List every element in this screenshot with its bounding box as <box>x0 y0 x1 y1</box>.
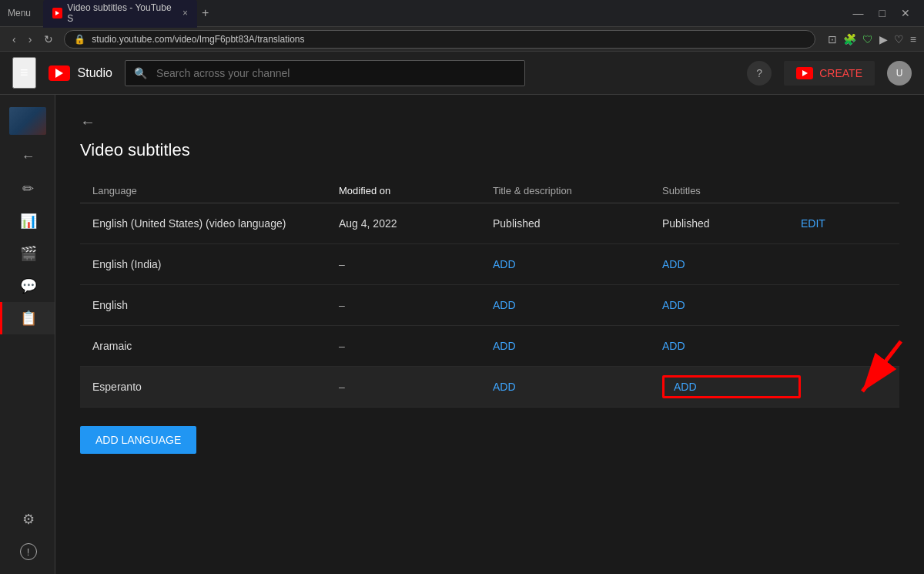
cell-language-3: Aramaic <box>92 340 339 352</box>
cell-action-0[interactable]: EDIT <box>801 217 862 230</box>
nav-buttons: ‹ › ↻ <box>8 32 58 47</box>
cell-language-4: Esperanto <box>92 381 339 393</box>
tab-bar: Video subtitles - YouTube S × + <box>43 0 841 28</box>
hamburger-button[interactable]: ≡ <box>12 57 36 89</box>
youtube-icon <box>49 65 70 81</box>
avatar-initials: U <box>896 68 903 79</box>
url-bar[interactable]: 🔒 studio.youtube.com/video/ImgF6pbt83A/t… <box>64 30 815 49</box>
cell-title-desc-1[interactable]: ADD <box>493 258 662 270</box>
analytics-icon: 📊 <box>20 213 37 230</box>
cell-title-desc-4[interactable]: ADD <box>493 381 662 393</box>
forward-nav-button[interactable]: › <box>24 32 37 47</box>
cell-modified-1: – <box>339 258 493 270</box>
col-modified: Modified on <box>339 185 493 196</box>
screenshot-icon[interactable]: ⊡ <box>828 33 837 45</box>
table-header: Language Modified on Title & description… <box>80 179 899 203</box>
table-row: English (United States) (video language)… <box>80 203 899 244</box>
tab-close-icon[interactable]: × <box>182 8 188 18</box>
heart-icon[interactable]: ♡ <box>894 33 904 45</box>
sidebar-item-subtitles[interactable]: 📋 <box>0 302 55 334</box>
cell-title-desc-3[interactable]: ADD <box>493 340 662 352</box>
cell-modified-0: Aug 4, 2022 <box>339 217 493 230</box>
create-button[interactable]: CREATE <box>784 61 875 86</box>
sidebar-item-videos[interactable]: 🎬 <box>0 237 55 270</box>
col-action <box>801 185 862 196</box>
menu-label: Menu <box>8 8 31 18</box>
table-row: English (India) – ADD ADD <box>80 244 899 285</box>
create-video-icon <box>796 67 813 79</box>
content-area: ← Video subtitles Language Modified on T… <box>55 95 924 574</box>
sidebar-item-comments[interactable]: 💬 <box>0 270 55 302</box>
sidebar-item-back[interactable]: ← <box>0 141 55 173</box>
sidebar-item-settings[interactable]: ⚙ <box>0 503 55 535</box>
tab-favicon <box>52 8 62 18</box>
help-button[interactable]: ? <box>747 61 772 86</box>
video-thumbnail[interactable] <box>9 107 46 135</box>
back-button[interactable]: ← <box>80 113 95 131</box>
col-subtitles: Subtitles <box>662 185 801 196</box>
subtitles-icon: 📋 <box>20 310 37 327</box>
url-text: studio.youtube.com/video/ImgF6pbt83A/tra… <box>92 34 304 45</box>
back-nav-button[interactable]: ‹ <box>8 32 21 47</box>
search-bar: 🔍 <box>125 60 525 86</box>
extension-icon[interactable]: 🧩 <box>843 33 856 45</box>
sidebar: ← ✏ 📊 🎬 💬 📋 ⚙ ! <box>0 95 55 574</box>
cell-subtitles-0: Published <box>662 217 801 230</box>
cell-subtitles-2[interactable]: ADD <box>662 299 801 311</box>
minimize-button[interactable]: — <box>847 4 870 22</box>
youtube-play-icon <box>55 69 63 78</box>
sidebar-item-analytics[interactable]: 📊 <box>0 205 55 237</box>
cell-subtitles-1[interactable]: ADD <box>662 258 801 270</box>
add-language-button[interactable]: ADD LANGUAGE <box>80 426 196 454</box>
menu-icon[interactable]: ≡ <box>910 33 916 45</box>
tab-title: Video subtitles - YouTube S <box>67 2 173 24</box>
cell-subtitles-4-highlighted[interactable]: ADD <box>662 375 801 398</box>
new-tab-button[interactable]: + <box>202 6 209 20</box>
cell-modified-2: – <box>339 299 493 311</box>
create-play-triangle <box>802 70 808 76</box>
create-label: CREATE <box>819 67 862 79</box>
cell-language-0: English (United States) (video language) <box>92 217 339 230</box>
shield-icon: 🛡 <box>862 33 873 45</box>
play-icon[interactable]: ▶ <box>879 33 888 45</box>
active-tab[interactable]: Video subtitles - YouTube S × <box>43 0 197 28</box>
table-row: English – ADD ADD <box>80 285 899 326</box>
avatar[interactable]: U <box>887 61 912 86</box>
search-input[interactable] <box>125 60 525 86</box>
table-row-esperanto: Esperanto – ADD ADD <box>80 367 899 408</box>
feedback-icon: ! <box>20 543 37 560</box>
lock-icon: 🔒 <box>74 34 85 45</box>
back-icon: ← <box>22 149 35 165</box>
cell-modified-3: – <box>339 340 493 352</box>
edit-icon: ✏ <box>22 180 34 197</box>
header-actions: ? CREATE U <box>747 61 912 86</box>
yt-logo: Studio <box>49 65 112 81</box>
browser-window-controls: — □ ✕ <box>847 4 916 22</box>
studio-header: ≡ Studio 🔍 ? CREATE U <box>0 52 924 95</box>
sidebar-item-edit[interactable]: ✏ <box>0 173 55 205</box>
studio-label: Studio <box>78 66 112 80</box>
cell-title-desc-2[interactable]: ADD <box>493 299 662 311</box>
table-row: Aramaic – ADD ADD <box>80 326 899 367</box>
main-layout: ← ✏ 📊 🎬 💬 📋 ⚙ ! ← <box>0 95 924 574</box>
col-language: Language <box>92 185 339 196</box>
cell-modified-4: – <box>339 381 493 393</box>
search-icon: 🔍 <box>134 67 147 79</box>
settings-icon: ⚙ <box>22 511 35 528</box>
cell-language-1: English (India) <box>92 258 339 270</box>
search-wrapper: 🔍 <box>125 60 525 86</box>
window-controls: Menu <box>8 8 37 18</box>
close-button[interactable]: ✕ <box>895 4 916 22</box>
cell-language-2: English <box>92 299 339 311</box>
page-title: Video subtitles <box>80 140 899 160</box>
reload-button[interactable]: ↻ <box>39 32 58 47</box>
toolbar-icons: ⊡ 🧩 🛡 ▶ ♡ ≡ <box>828 33 916 45</box>
sidebar-item-feedback[interactable]: ! <box>0 535 55 568</box>
cell-title-desc-0: Published <box>493 217 662 230</box>
cell-subtitles-3[interactable]: ADD <box>662 340 801 352</box>
col-title-desc: Title & description <box>493 185 662 196</box>
address-bar: ‹ › ↻ 🔒 studio.youtube.com/video/ImgF6pb… <box>0 27 924 52</box>
browser-chrome: Menu Video subtitles - YouTube S × + — □… <box>0 0 924 27</box>
maximize-button[interactable]: □ <box>873 4 892 22</box>
videos-icon: 🎬 <box>20 245 37 262</box>
